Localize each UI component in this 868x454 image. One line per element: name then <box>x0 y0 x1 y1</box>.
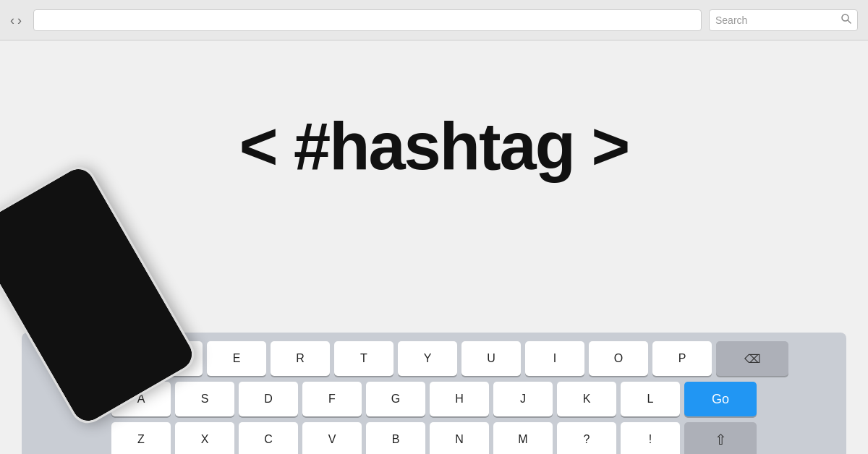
svg-line-1 <box>848 20 851 23</box>
key-z[interactable]: Z <box>111 422 171 454</box>
key-b[interactable]: B <box>366 422 425 454</box>
key-j[interactable]: J <box>493 382 553 416</box>
key-k[interactable]: K <box>557 382 616 416</box>
key-question[interactable]: ? <box>557 422 616 454</box>
forward-arrow[interactable]: › <box>17 14 22 27</box>
key-r[interactable]: R <box>271 341 330 376</box>
search-icon <box>841 14 851 26</box>
key-s[interactable]: S <box>175 382 234 416</box>
nav-arrows: ‹ › <box>10 14 22 27</box>
key-v[interactable]: V <box>302 422 362 454</box>
hashtag-heading: < #hashtag > <box>239 113 629 179</box>
key-m[interactable]: M <box>493 422 553 454</box>
main-content: < #hashtag > Q W E R T Y U I O P ⌫ A S D… <box>0 40 868 454</box>
key-go[interactable]: Go <box>684 382 757 416</box>
search-label: Search <box>715 14 837 26</box>
backspace-icon: ⌫ <box>744 352 761 366</box>
shift-icon: ⇧ <box>715 431 727 448</box>
key-backspace[interactable]: ⌫ <box>716 341 788 376</box>
key-f[interactable]: F <box>302 382 362 416</box>
key-o[interactable]: O <box>589 341 648 376</box>
key-i[interactable]: I <box>525 341 584 376</box>
key-n[interactable]: N <box>430 422 489 454</box>
key-d[interactable]: D <box>239 382 298 416</box>
key-t[interactable]: T <box>334 341 393 376</box>
back-arrow[interactable]: ‹ <box>10 14 14 27</box>
keyboard-row-3: Z X C V B N M ? ! ⇧ <box>27 422 841 454</box>
key-shift[interactable]: ⇧ <box>684 422 757 454</box>
key-y[interactable]: Y <box>398 341 457 376</box>
address-bar[interactable] <box>33 9 702 31</box>
key-h[interactable]: H <box>430 382 489 416</box>
key-g[interactable]: G <box>366 382 425 416</box>
key-p[interactable]: P <box>652 341 712 376</box>
key-u[interactable]: U <box>461 341 521 376</box>
browser-bar: ‹ › Search <box>0 0 868 40</box>
key-e[interactable]: E <box>207 341 266 376</box>
search-box[interactable]: Search <box>709 9 858 31</box>
key-exclaim[interactable]: ! <box>621 422 680 454</box>
key-c[interactable]: C <box>239 422 298 454</box>
key-l[interactable]: L <box>621 382 680 416</box>
key-x[interactable]: X <box>175 422 234 454</box>
